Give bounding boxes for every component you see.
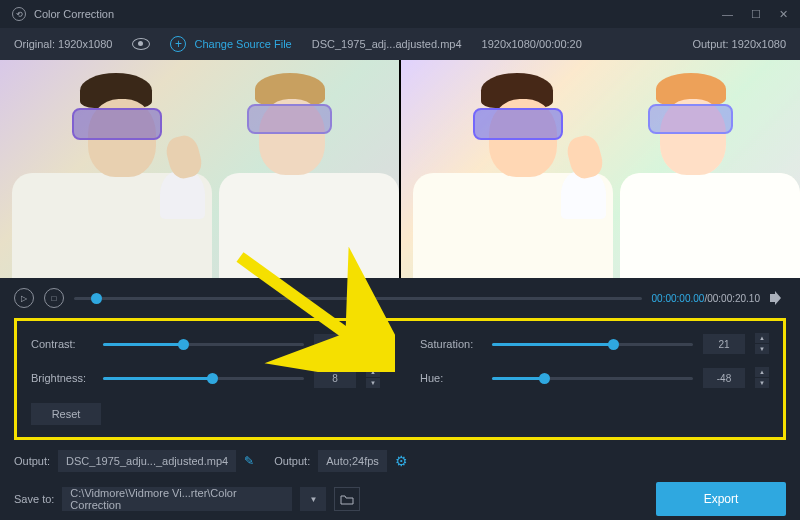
saturation-label: Saturation: xyxy=(420,338,482,350)
plus-circle-icon: + xyxy=(170,36,186,52)
hue-value[interactable]: -48 xyxy=(703,368,745,388)
stop-button[interactable]: □ xyxy=(44,288,64,308)
output-filename: DSC_1975_adju..._adjusted.mp4 xyxy=(58,450,236,472)
saturation-slider[interactable] xyxy=(492,343,693,346)
hue-up[interactable]: ▲ xyxy=(755,367,769,377)
change-source-button[interactable]: + Change Source File xyxy=(170,36,291,52)
export-button[interactable]: Export xyxy=(656,482,786,516)
timeline-thumb[interactable] xyxy=(91,293,102,304)
save-row: Save to: C:\Vidmore\Vidmore Vi...rter\Co… xyxy=(0,478,800,520)
brightness-control: Brightness: 8 ▲▼ xyxy=(31,367,380,389)
brightness-label: Brightness: xyxy=(31,372,93,384)
gear-icon[interactable]: ⚙ xyxy=(395,453,408,469)
save-to-label: Save to: xyxy=(14,493,54,505)
hue-slider[interactable] xyxy=(492,377,693,380)
output-file-label: Output: xyxy=(14,455,50,467)
output-info-row: Output: DSC_1975_adju..._adjusted.mp4 ✎ … xyxy=(0,440,800,478)
window-title: Color Correction xyxy=(34,8,114,20)
timeline-slider[interactable] xyxy=(74,297,642,300)
contrast-value[interactable]: -19 xyxy=(314,334,356,354)
brightness-slider[interactable] xyxy=(103,377,304,380)
change-source-label: Change Source File xyxy=(194,38,291,50)
close-button[interactable]: ✕ xyxy=(779,8,788,21)
time-total: /00:00:20.10 xyxy=(704,293,760,304)
play-button[interactable]: ▷ xyxy=(14,288,34,308)
volume-icon[interactable] xyxy=(770,291,786,305)
color-controls-panel: Contrast: -19 ▲▼ Saturation: 21 ▲▼ Brigh… xyxy=(14,318,786,440)
output-format-label: Output: xyxy=(274,455,310,467)
titlebar: ⟲ Color Correction — ☐ ✕ xyxy=(0,0,800,28)
preview-corrected xyxy=(401,60,800,278)
save-path: C:\Vidmore\Vidmore Vi...rter\Color Corre… xyxy=(62,487,292,511)
contrast-slider[interactable] xyxy=(103,343,304,346)
open-folder-button[interactable] xyxy=(334,487,360,511)
app-logo-icon: ⟲ xyxy=(12,7,26,21)
contrast-control: Contrast: -19 ▲▼ xyxy=(31,333,380,355)
brightness-value[interactable]: 8 xyxy=(314,368,356,388)
output-resolution-label: Output: 1920x1080 xyxy=(692,38,786,50)
original-resolution-label: Original: 1920x1080 xyxy=(14,38,112,50)
saturation-down[interactable]: ▼ xyxy=(755,344,769,354)
contrast-label: Contrast: xyxy=(31,338,93,350)
preview-original xyxy=(0,60,399,278)
hue-control: Hue: -48 ▲▼ xyxy=(420,367,769,389)
contrast-up[interactable]: ▲ xyxy=(366,333,380,343)
eye-icon[interactable] xyxy=(132,38,150,50)
pencil-icon[interactable]: ✎ xyxy=(244,454,254,468)
time-current: 00:00:00.00 xyxy=(652,293,705,304)
saturation-up[interactable]: ▲ xyxy=(755,333,769,343)
reset-button[interactable]: Reset xyxy=(31,403,101,425)
brightness-down[interactable]: ▼ xyxy=(366,378,380,388)
folder-icon xyxy=(340,494,354,505)
hue-down[interactable]: ▼ xyxy=(755,378,769,388)
contrast-down[interactable]: ▼ xyxy=(366,344,380,354)
preview-area xyxy=(0,60,800,278)
maximize-button[interactable]: ☐ xyxy=(751,8,761,21)
source-fileinfo: 1920x1080/00:00:20 xyxy=(482,38,582,50)
brightness-up[interactable]: ▲ xyxy=(366,367,380,377)
saturation-control: Saturation: 21 ▲▼ xyxy=(420,333,769,355)
hue-label: Hue: xyxy=(420,372,482,384)
timeline-time: 00:00:00.00/00:00:20.10 xyxy=(652,293,760,304)
info-toolbar: Original: 1920x1080 + Change Source File… xyxy=(0,28,800,60)
path-dropdown-button[interactable]: ▼ xyxy=(300,487,326,511)
source-filename: DSC_1975_adj...adjusted.mp4 xyxy=(312,38,462,50)
minimize-button[interactable]: — xyxy=(722,8,733,21)
timeline: ▷ □ 00:00:00.00/00:00:20.10 xyxy=(0,278,800,318)
saturation-value[interactable]: 21 xyxy=(703,334,745,354)
output-format: Auto;24fps xyxy=(318,450,387,472)
